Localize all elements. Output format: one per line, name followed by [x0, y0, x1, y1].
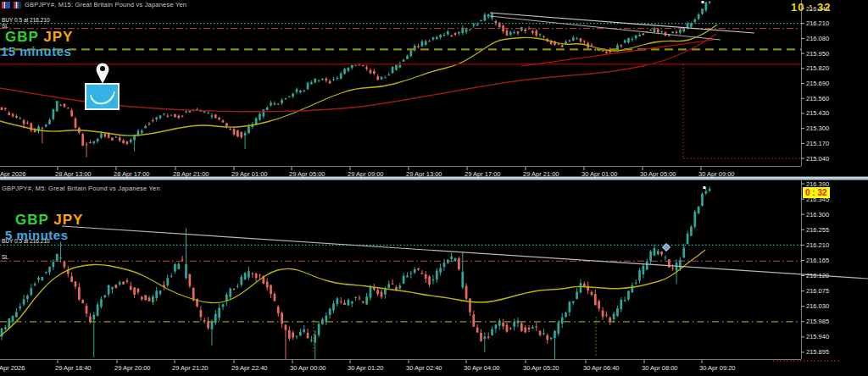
ma-fast-yellow [0, 25, 717, 135]
time-axis-label: 28 Apr 13:00 [55, 170, 92, 178]
price-axis-label: 215.040 [806, 155, 829, 163]
price-axis-label: 216.165 [806, 257, 829, 264]
chart-title-m5: GBPJPY#, M5: Great Britain Pound vs Japa… [2, 185, 160, 192]
time-axis-label: 29 Apr 17:00 [465, 170, 501, 178]
time-axis-label: 30 Apr 09:00 [698, 170, 735, 178]
chart-title-m15: GBPJPY#, M15: Great Britain Pound vs Jap… [25, 1, 186, 8]
time-axis-label: 30 Apr 06:40 [583, 364, 620, 372]
chart-type-icon[interactable] [13, 2, 21, 8]
timeframe-watermark-m15: 15 minutes [1, 44, 71, 58]
price-axis-label: 216.080 [806, 35, 829, 42]
candle-countdown-m15: 10 : 32 [791, 1, 831, 14]
time-axis-label: 30 Apr 05:20 [523, 364, 559, 372]
time-axis-label: 29 Apr 21:20 [172, 364, 209, 372]
time-axis-label: 29 Apr 22:40 [231, 364, 268, 372]
price-axis-label: 216.120 [806, 272, 829, 279]
price-axis-label: 215.560 [806, 95, 829, 102]
m5-price-axis[interactable]: 216.390216.345216.300216.255216.210216.1… [801, 180, 829, 357]
ma-fast-yellow [0, 250, 705, 336]
symbol-base: GBP [5, 29, 39, 45]
time-axis-label: 28 Apr 2026 [0, 170, 25, 178]
symbol-quote: JPY [53, 212, 83, 228]
time-axis-label: 29 Apr 05:00 [289, 170, 326, 178]
price-axis-label: 215.985 [806, 318, 829, 325]
time-axis-label: 29 Apr 2026 [0, 364, 25, 372]
price-axis-label: 215.895 [806, 348, 829, 356]
time-axis-label: 29 Apr 13:00 [406, 170, 442, 178]
price-axis-label: 216.030 [806, 302, 829, 310]
stoploss-label: SL [2, 23, 8, 29]
m15-candles [1, 1, 711, 158]
current-price-dot [704, 186, 706, 189]
timeframe-watermark-m5: 5 minutes [5, 228, 69, 242]
time-axis-label: 30 Apr 05:00 [640, 170, 676, 178]
symbol-watermark-m5: GBP JPY [15, 212, 83, 229]
buy-order-label: BUY 0.5 at 216.210 [2, 17, 50, 23]
time-axis-label: 29 Apr 18:40 [55, 364, 92, 372]
price-axis-label: 216.075 [806, 287, 829, 295]
current-price-dot [702, 1, 704, 3]
time-axis-label: 29 Apr 21:00 [523, 170, 559, 178]
candle-countdown-m5: 0 : 32 [803, 187, 830, 198]
price-axis-label: 216.300 [806, 211, 829, 218]
price-axis-label: 215.940 [806, 333, 829, 340]
symbol-quote: JPY [43, 29, 73, 45]
time-axis-label: 28 Apr 17:00 [114, 170, 150, 178]
m15-time-axis[interactable]: 28 Apr 202628 Apr 13:0028 Apr 17:0028 Ap… [0, 167, 735, 178]
price-axis-label: 215.950 [806, 50, 829, 58]
m15-price-axis[interactable]: 216.340216.210216.080215.950215.820215.6… [801, 5, 829, 163]
trendline-descending[interactable] [62, 226, 868, 279]
m5-plot-area[interactable] [0, 186, 801, 361]
price-axis-label: 215.300 [806, 124, 829, 132]
window-menu-icon[interactable] [2, 2, 10, 8]
price-axis-label: 216.210 [806, 19, 829, 27]
pin-marker[interactable] [97, 64, 109, 85]
time-axis-label: 30 Apr 01:00 [581, 170, 618, 178]
time-axis-label: 30 Apr 04:00 [464, 364, 500, 372]
time-axis-label: 29 Apr 20:00 [114, 364, 151, 372]
m15-plot-area[interactable] [0, 1, 801, 158]
price-axis-label: 216.255 [806, 226, 829, 234]
time-axis-label: 30 Apr 08:00 [642, 364, 678, 372]
time-axis-label: 30 Apr 00:00 [290, 364, 326, 372]
stoploss-label: SL [2, 254, 8, 260]
price-axis-label: 215.820 [806, 64, 829, 72]
price-axis-label: 215.430 [806, 109, 829, 117]
indicator-smile-icon[interactable] [86, 84, 119, 109]
time-axis-label: 30 Apr 09:20 [699, 364, 736, 372]
time-axis-label: 30 Apr 02:40 [406, 364, 442, 372]
price-axis-label: 215.690 [806, 80, 829, 87]
time-axis-label: 30 Apr 01:20 [348, 364, 384, 372]
m5-candles [1, 186, 711, 359]
symbol-watermark-m15: GBP JPY [5, 29, 73, 46]
m5-time-axis[interactable]: 29 Apr 202629 Apr 18:4029 Apr 20:0029 Ap… [0, 360, 736, 372]
price-axis-label: 216.210 [806, 241, 829, 249]
time-axis-label: 29 Apr 09:00 [348, 170, 384, 178]
symbol-base: GBP [15, 212, 49, 228]
trading-terminal-window: 216.340216.210216.080215.950215.820215.6… [0, 0, 868, 376]
time-axis-label: 28 Apr 21:00 [173, 170, 209, 178]
time-axis-label: 29 Apr 01:00 [231, 170, 268, 178]
price-axis-label: 215.170 [806, 140, 829, 147]
